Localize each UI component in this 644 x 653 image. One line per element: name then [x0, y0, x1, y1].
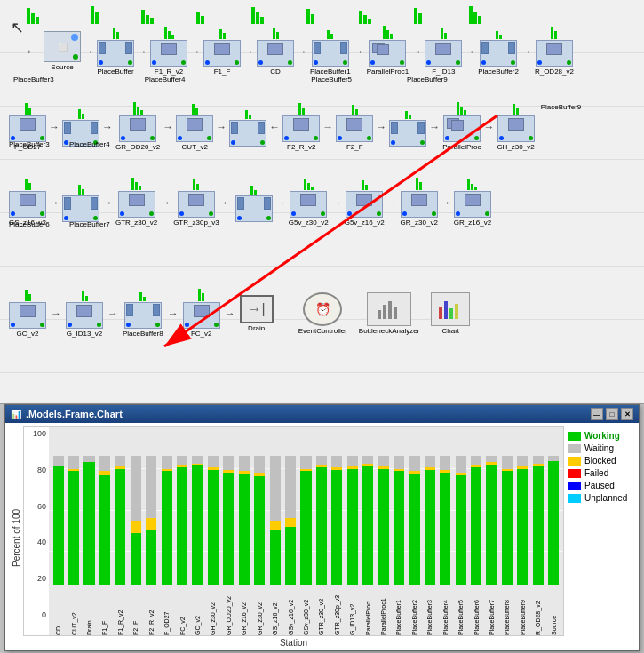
pb8-node[interactable]: PlaceBuffer8 — [123, 289, 163, 338]
chart-title-icon: 📊 — [11, 410, 21, 419]
maximize-button[interactable]: □ — [606, 408, 618, 420]
gcv2-node[interactable]: GC_v2 — [9, 289, 46, 338]
f2rv2-node[interactable]: F2_R_v2 — [282, 102, 320, 151]
legend-label: Blocked — [584, 456, 616, 466]
drain-label: Drain — [248, 324, 265, 332]
bar-group: R_OD28_v2 — [530, 429, 545, 635]
source-label: Source — [51, 63, 73, 71]
bar-group: GC_v2 — [190, 429, 205, 635]
parallelproc1-node[interactable]: ParallelProc1 — [367, 27, 409, 76]
cd-node[interactable]: CD — [257, 27, 294, 76]
bar-group: GTR_z30_v2 — [314, 429, 329, 635]
bar-label: PlaceBuffer9 — [520, 586, 526, 635]
ghz30v2-node[interactable]: GH_z30_v2 — [497, 102, 534, 151]
bar-group: PlaceBuffer6 — [468, 429, 483, 635]
gtrz30v2-node[interactable]: GTR_z30_v2 — [115, 178, 157, 227]
bar-label: PlaceBuffer8 — [504, 586, 510, 635]
y-axis: 100 80 60 40 20 0 — [24, 427, 49, 635]
y-axis-label: Percent of 100 — [9, 426, 23, 649]
svg-rect-7 — [455, 304, 458, 319]
ghz30v2-label: GH_z30_v2 — [497, 143, 534, 151]
f1f-node[interactable]: F1_F — [203, 27, 241, 76]
bar-label: PlaceBuffer1 — [395, 586, 402, 635]
chart-window: 📊 .Models.Frame.Chart — □ ✕ Percent of 1… — [4, 404, 640, 651]
legend-color-box — [568, 457, 581, 466]
f2f-node[interactable]: F2_F — [336, 102, 373, 151]
bar-group: GSv_z30_v2 — [298, 429, 314, 635]
bottleneckanalyzer-node[interactable]: BottleneckAnalyzer — [359, 292, 419, 335]
bottleneckanalyzer-label: BottleneckAnalyzer — [359, 327, 419, 335]
bar-label: GTR_z30_v2 — [318, 586, 324, 635]
legend-color-box — [568, 444, 581, 453]
bar-label: GR_OD20_v2 — [226, 586, 232, 635]
chart-title: .Models.Frame.Chart — [26, 409, 591, 419]
g5vz16v2-node[interactable]: G5v_z16_v2 — [345, 178, 385, 227]
gid13v2-node[interactable]: G_ID13_v2 — [66, 289, 103, 338]
g5vz30v2-node[interactable]: G5v_z30_v2 — [289, 178, 329, 227]
bar-group: CUT_v2 — [66, 429, 81, 635]
chart-node-sim[interactable]: Chart — [431, 292, 470, 335]
gtrz30v2-label: GTR_z30_v2 — [115, 219, 157, 227]
svg-rect-2 — [388, 301, 392, 319]
f2rv2-label: F2_R_v2 — [287, 143, 315, 151]
bar-group: GH_z30_v2 — [205, 429, 220, 635]
grz30v2-label: GR_z30_v2 — [401, 219, 438, 227]
bar-label: GR_z16_v2 — [241, 586, 247, 635]
svg-rect-0 — [378, 310, 381, 319]
gsz16v2-node[interactable]: GS_z16_v2 — [9, 178, 46, 227]
cutv2-node[interactable]: CUT_v2 — [176, 102, 213, 151]
pb6-node[interactable] — [62, 182, 99, 223]
source-node[interactable]: ⬜ Source — [44, 31, 81, 71]
fcv2-node[interactable]: FC_v2 — [183, 289, 220, 338]
bar-label: Source — [551, 586, 557, 635]
close-button[interactable]: ✕ — [621, 408, 633, 420]
rod28v2-node[interactable]: R_OD28_v2 — [535, 27, 574, 76]
bar-group: PlaceBuffer1 — [391, 429, 406, 635]
bar-group: GTR_z30p_v3 — [330, 429, 345, 635]
grz16v2-label: GR_z16_v2 — [454, 219, 491, 227]
svg-rect-6 — [449, 308, 453, 319]
bar-group: GR_z16_v2 — [236, 429, 251, 635]
bar-label: GSv_z16_v2 — [288, 586, 294, 635]
legend-color-box — [568, 482, 581, 490]
pb7-node[interactable] — [235, 182, 273, 223]
grz16v2-node[interactable]: GR_z16_v2 — [454, 178, 491, 227]
minimize-button[interactable]: — — [591, 408, 603, 420]
placebuffer2-node[interactable]: PlaceBuffer2 — [478, 27, 519, 76]
bar-group: CD — [51, 429, 66, 635]
bar-label: GH_z30_v2 — [210, 586, 216, 635]
parallelproc-node[interactable]: ParallelProc — [442, 102, 481, 151]
simulation-canvas: ↖ → ⬜ Source → — [0, 0, 644, 404]
placebuffer1-node[interactable]: PlaceBuffer1 — [310, 27, 351, 76]
gtrz30pv3-node[interactable]: GTR_z30p_v3 — [173, 178, 219, 227]
y-tick: 60 — [37, 502, 46, 511]
bar-label: PlaceBuffer6 — [473, 586, 480, 635]
bar-group: PlaceBuffer5 — [453, 429, 468, 635]
bar-group: PlaceBuffer7 — [484, 429, 499, 635]
bar-group: ParallelProc1 — [376, 429, 391, 635]
bar-label: GC_v2 — [195, 586, 201, 635]
bars-container: CDCUT_v2DrainF1_FF1_R_v2F2_FF2_R_v2F_OD2… — [49, 427, 563, 635]
grz30v2-node[interactable]: GR_z30_v2 — [401, 178, 438, 227]
drain-node[interactable]: →| Drain — [240, 295, 274, 332]
chart-titlebar[interactable]: 📊 .Models.Frame.Chart — □ ✕ — [5, 405, 639, 423]
bar-label: F2_F — [132, 586, 139, 635]
placebuffer-node[interactable]: PlaceBuffer — [97, 27, 134, 76]
pb5-node[interactable] — [389, 107, 426, 147]
legend-label: Failed — [584, 468, 608, 478]
bar-label: GS_z16_v2 — [272, 586, 278, 635]
svg-rect-1 — [383, 305, 386, 319]
pb4-node[interactable] — [229, 107, 266, 147]
y-tick: 40 — [37, 538, 46, 546]
bar-group: ParallelProc — [360, 429, 375, 635]
grod20v2-node[interactable]: GR_OD20_v2 — [115, 102, 160, 151]
fid13-node[interactable]: F_ID13 — [425, 27, 462, 76]
legend-item: Paused — [568, 481, 631, 490]
legend-item: Working — [568, 431, 631, 441]
flow-arrow-start: → — [13, 43, 40, 60]
eventcontroller-node[interactable]: ⏰ EventController — [298, 292, 347, 335]
pb9-label: PlaceBuffer9 — [541, 103, 582, 111]
f1rv2-node[interactable]: F1_R_v2 — [150, 27, 187, 76]
bar-label: GR_z30_v2 — [257, 586, 263, 635]
bar-group: F1_R_v2 — [113, 429, 128, 635]
